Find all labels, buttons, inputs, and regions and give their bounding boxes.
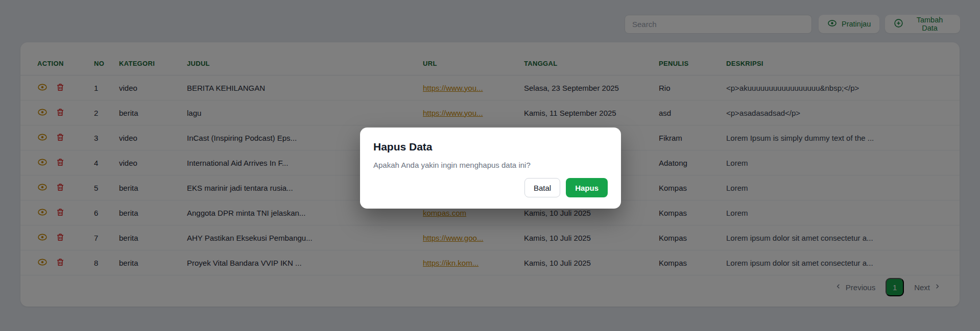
dialog-message: Apakah Anda yakin ingin menghapus data i… xyxy=(373,161,608,169)
confirm-delete-button[interactable]: Hapus xyxy=(566,178,608,197)
dialog-title: Hapus Data xyxy=(373,141,608,153)
dialog-actions: Batal Hapus xyxy=(524,178,608,197)
delete-confirmation-dialog: Hapus Data Apakah Anda yakin ingin mengh… xyxy=(360,128,621,209)
cancel-button[interactable]: Batal xyxy=(524,178,560,197)
